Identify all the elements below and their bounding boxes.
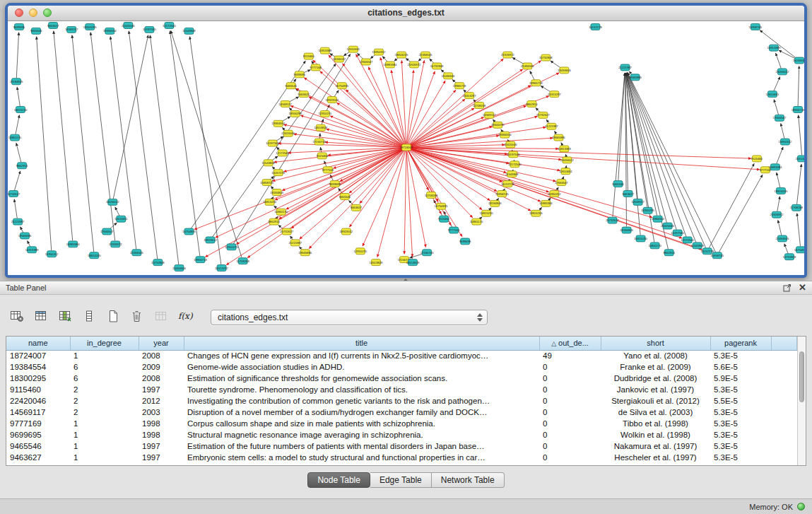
table-row[interactable]: 1872400712008Changes of HCN gene express…	[6, 350, 797, 361]
table-cell[interactable]: 5.3E-5	[710, 350, 771, 361]
tab-network-table[interactable]: Network Table	[432, 472, 505, 488]
network-selector-dropdown[interactable]: citations_edges.txt	[211, 310, 488, 325]
citation-edge[interactable]	[28, 241, 30, 247]
delete-button[interactable]	[127, 308, 146, 327]
close-panel-icon[interactable]: ✕	[799, 284, 806, 292]
citation-edge[interactable]	[778, 220, 782, 235]
float-panel-icon[interactable]	[783, 284, 792, 292]
citation-edge[interactable]	[799, 115, 802, 156]
table-cell[interactable]: 1	[70, 440, 139, 452]
table-cell[interactable]: de Silva et al. (2003)	[601, 407, 710, 418]
table-cell[interactable]: Franke et al. (2009)	[601, 361, 710, 373]
table-cell[interactable]: 2	[70, 384, 139, 395]
citation-edge[interactable]	[113, 35, 148, 199]
add-column-button[interactable]	[55, 308, 74, 327]
table-cell[interactable]: 0	[539, 440, 601, 452]
citation-edge[interactable]	[349, 151, 404, 227]
table-cell[interactable]: 49	[539, 350, 601, 361]
citation-edge[interactable]	[777, 147, 783, 164]
citation-edge[interactable]	[313, 60, 404, 145]
citation-edge[interactable]	[16, 33, 18, 78]
citation-edge[interactable]	[530, 71, 534, 80]
column-chooser-button[interactable]	[31, 308, 50, 327]
citation-edge[interactable]	[206, 149, 404, 257]
citation-edge[interactable]	[408, 90, 456, 144]
column-header-year[interactable]: year	[139, 337, 184, 350]
table-cell[interactable]: 1997	[139, 384, 184, 395]
table-cell[interactable]: 9777169	[6, 418, 70, 429]
citation-edge[interactable]	[541, 86, 551, 92]
new-file-button[interactable]	[103, 308, 122, 327]
table-row[interactable]: 969969511998Structural magnetic resonanc…	[6, 429, 797, 440]
citation-edge[interactable]	[781, 124, 784, 139]
table-cell[interactable]: 22420046	[6, 395, 70, 407]
citation-edge[interactable]	[72, 35, 94, 252]
table-cell[interactable]: 1998	[139, 429, 184, 440]
import-table-button[interactable]	[151, 308, 170, 327]
table-row[interactable]: 2242004622012Investigating the contribut…	[6, 395, 797, 407]
table-cell[interactable]: 5.3E-5	[710, 407, 771, 418]
table-cell[interactable]: 1	[70, 429, 139, 440]
citation-edge[interactable]	[382, 57, 387, 62]
table-cell[interactable]: 1998	[139, 418, 184, 429]
citation-edge[interactable]	[16, 115, 19, 134]
citation-edge[interactable]	[777, 173, 780, 187]
table-cell[interactable]: Jankovic et al. (1997)	[601, 384, 710, 395]
citation-edge[interactable]	[410, 148, 760, 170]
citation-edge[interactable]	[360, 150, 404, 203]
table-cell[interactable]: 5.3E-5	[710, 440, 771, 452]
citation-edge[interactable]	[774, 100, 778, 115]
citation-edge[interactable]	[115, 207, 119, 216]
table-cell[interactable]: 0	[539, 384, 601, 395]
citation-edge[interactable]	[54, 31, 73, 241]
column-header-name[interactable]: name	[6, 337, 70, 350]
citation-edge[interactable]	[618, 73, 625, 180]
zoom-window-button[interactable]	[43, 8, 52, 17]
citation-edge[interactable]	[90, 33, 115, 241]
table-cell[interactable]: 9465546	[6, 440, 70, 452]
citation-edge[interactable]	[410, 138, 553, 147]
citation-edge[interactable]	[14, 199, 17, 218]
table-cell[interactable]: 0	[539, 418, 601, 429]
table-cell[interactable]: 2009	[139, 361, 184, 373]
citation-edge[interactable]	[406, 151, 412, 257]
citation-edge[interactable]	[565, 154, 566, 156]
table-cell[interactable]: 0	[539, 429, 601, 440]
table-mode-button[interactable]	[79, 308, 98, 327]
citation-edge[interactable]	[288, 148, 403, 153]
table-cell[interactable]: Tourette syndrome. Phenomenology and cla…	[184, 384, 539, 395]
citation-edge[interactable]	[16, 143, 21, 162]
table-cell[interactable]: 6	[70, 361, 139, 373]
column-header-in_degree[interactable]: in_degree	[70, 337, 139, 350]
citation-edge[interactable]	[312, 61, 314, 64]
table-row[interactable]: 1456911722003Disruption of a novel membe…	[6, 407, 797, 418]
column-header-short[interactable]: short	[601, 337, 710, 350]
citation-edge[interactable]	[20, 227, 23, 233]
citation-edge[interactable]	[410, 127, 546, 147]
citation-edge[interactable]	[410, 149, 498, 192]
citation-edge[interactable]	[319, 134, 320, 139]
citation-edge[interactable]	[404, 151, 406, 254]
table-cell[interactable]: 1	[70, 418, 139, 429]
citation-edge[interactable]	[324, 161, 326, 167]
citation-edge[interactable]	[334, 90, 339, 97]
citation-edge[interactable]	[627, 73, 676, 230]
table-cell[interactable]: 18724007	[6, 350, 70, 361]
citation-edge[interactable]	[798, 66, 799, 106]
table-cell[interactable]: 0	[539, 452, 601, 463]
table-cell[interactable]: Disruption of a novel member of a sodium…	[184, 407, 539, 418]
citation-edge[interactable]	[410, 148, 712, 253]
citation-edge[interactable]	[320, 147, 321, 152]
table-cell[interactable]: 0	[539, 407, 601, 418]
citation-edge[interactable]	[272, 148, 403, 181]
column-header-pagerank[interactable]: pagerank	[710, 337, 771, 350]
table-cell[interactable]: 18300295	[6, 373, 70, 384]
table-cell[interactable]: 9115460	[6, 384, 70, 395]
citation-edge[interactable]	[776, 53, 782, 69]
close-window-button[interactable]	[15, 8, 23, 17]
citation-edge[interactable]	[719, 175, 763, 252]
table-cell[interactable]: 5.3E-5	[710, 418, 771, 429]
table-cell[interactable]: Hescheler et al. (1997)	[601, 452, 710, 463]
citation-edge[interactable]	[401, 61, 406, 144]
table-cell[interactable]: Estimation of the future numbers of pati…	[184, 440, 539, 452]
